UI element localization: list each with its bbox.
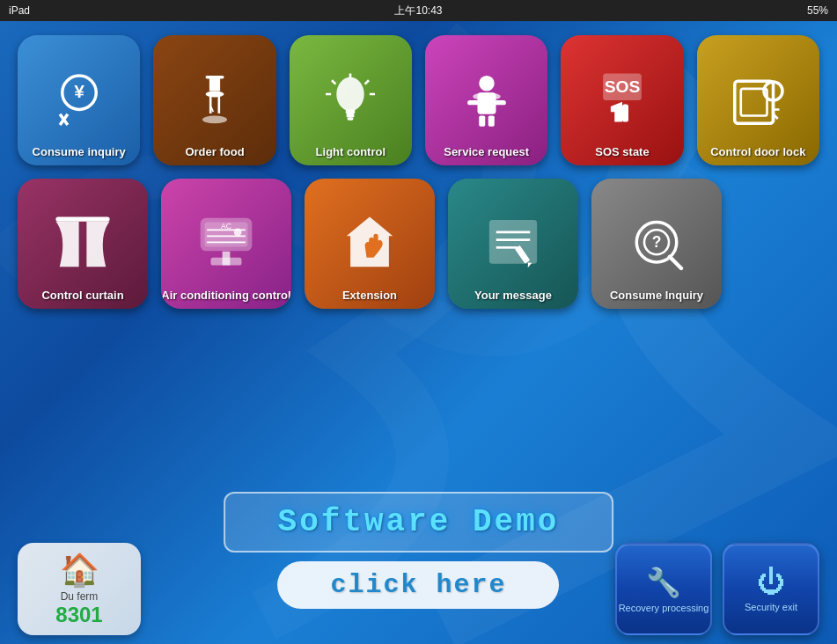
svg-line-17 — [365, 80, 369, 84]
app-consume-inquiry[interactable]: ¥ Consume inquiry — [18, 35, 140, 165]
app-consume-inquiry2[interactable]: ? Consume Inquiry — [591, 179, 722, 309]
light-control-label: Light control — [290, 145, 412, 158]
consume-inquiry-icon: ¥ — [44, 65, 114, 135]
app-control-door-lock[interactable]: Control door lock — [697, 35, 819, 165]
sos-state-label: SOS state — [561, 145, 683, 158]
wrench-icon: 🔧 — [646, 566, 681, 599]
svg-rect-30 — [614, 106, 622, 110]
svg-rect-8 — [217, 94, 220, 113]
svg-point-44 — [234, 229, 242, 237]
app-light-control[interactable]: Light control — [290, 35, 412, 165]
room-label: Du ferm — [61, 590, 99, 603]
device-name: iPad — [9, 4, 30, 17]
time-display: 上午10:43 — [394, 4, 442, 18]
svg-point-20 — [479, 76, 495, 91]
svg-rect-29 — [622, 104, 628, 121]
svg-rect-48 — [490, 221, 537, 263]
software-demo-text: Software Demo — [278, 504, 560, 540]
svg-rect-23 — [494, 100, 505, 105]
app-row-2: Control curtain AC Air conditioning cont… — [18, 179, 819, 309]
your-message-icon — [478, 209, 548, 279]
extension-label: Extension — [305, 289, 435, 302]
svg-text:SOS: SOS — [605, 77, 641, 96]
app-row-1: ¥ Consume inquiry Order food — [18, 35, 819, 165]
app-control-curtain[interactable]: Control curtain — [18, 179, 148, 309]
svg-text:¥: ¥ — [74, 81, 84, 101]
recovery-label: Recovery processing — [619, 603, 709, 613]
house-icon: 🏠 — [60, 552, 99, 589]
svg-rect-22 — [467, 100, 479, 105]
svg-text:AC: AC — [221, 222, 231, 231]
svg-rect-14 — [348, 117, 354, 121]
control-curtain-label: Control curtain — [18, 289, 148, 302]
svg-rect-12 — [346, 110, 356, 113]
recovery-processing-button[interactable]: 🔧 Recovery processing — [615, 543, 712, 635]
svg-line-16 — [332, 80, 335, 84]
battery-display: 55% — [807, 4, 828, 17]
svg-rect-7 — [209, 94, 212, 113]
svg-point-10 — [202, 116, 227, 124]
room-info-panel[interactable]: 🏠 Du ferm 8301 — [18, 543, 141, 635]
svg-line-57 — [670, 257, 681, 268]
security-exit-button[interactable]: ⏻ Security exit — [723, 543, 819, 635]
svg-rect-46 — [211, 258, 242, 266]
svg-text:?: ? — [652, 233, 662, 251]
room-number: 8301 — [55, 603, 102, 627]
consume-inquiry2-icon: ? — [621, 209, 692, 279]
security-exit-label: Security exit — [745, 602, 797, 612]
order-food-icon — [180, 65, 250, 135]
sos-state-icon: SOS — [587, 65, 657, 135]
svg-rect-37 — [55, 216, 109, 221]
control-curtain-icon — [48, 209, 118, 279]
extension-icon — [334, 209, 405, 279]
consume-inquiry-label: Consume inquiry — [18, 145, 140, 158]
svg-point-6 — [205, 91, 224, 98]
svg-point-26 — [473, 92, 501, 100]
svg-point-11 — [337, 77, 365, 112]
action-buttons: 🔧 Recovery processing ⏻ Security exit — [615, 543, 819, 635]
app-extension[interactable]: Extension — [305, 179, 435, 309]
app-air-conditioning[interactable]: AC Air conditioning control — [161, 179, 291, 309]
service-request-icon — [452, 65, 522, 135]
control-door-lock-label: Control door lock — [697, 145, 819, 158]
svg-rect-25 — [488, 116, 494, 127]
your-message-label: Your message — [448, 289, 578, 302]
bottom-area: 🏠 Du ferm 8301 🔧 Recovery processing ⏻ S… — [0, 543, 837, 635]
power-icon: ⏻ — [757, 566, 785, 598]
svg-rect-5 — [209, 76, 220, 91]
status-bar: iPad 上午10:43 55% — [0, 0, 837, 21]
order-food-label: Order food — [153, 145, 275, 158]
svg-rect-24 — [479, 116, 485, 127]
air-conditioning-icon: AC — [191, 209, 261, 279]
app-your-message[interactable]: Your message — [448, 179, 578, 309]
svg-rect-13 — [347, 113, 355, 117]
consume-inquiry2-label: Consume Inquiry — [591, 289, 722, 302]
service-request-label: Service request — [425, 145, 547, 158]
light-control-icon — [315, 65, 385, 135]
app-service-request[interactable]: Service request — [425, 35, 547, 165]
app-sos-state[interactable]: SOS SOS state — [561, 35, 683, 165]
app-grid: ¥ Consume inquiry Order food — [18, 35, 819, 309]
app-order-food[interactable]: Order food — [153, 35, 275, 165]
control-door-lock-icon — [723, 65, 793, 135]
air-conditioning-label: Air conditioning control — [161, 289, 291, 302]
